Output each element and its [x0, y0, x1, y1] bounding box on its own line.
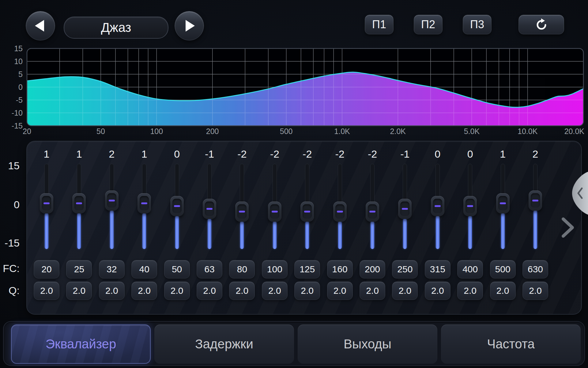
band-fc-button[interactable]: 63 — [197, 260, 222, 278]
slider-thumb[interactable] — [72, 193, 86, 213]
band-q-button[interactable]: 2.0 — [34, 282, 59, 300]
slider-track-fill — [371, 221, 374, 249]
band-fc-button[interactable]: 160 — [327, 260, 353, 278]
band-q-button[interactable]: 2.0 — [392, 282, 418, 300]
left-arrow-icon — [35, 20, 44, 32]
band-fc-button[interactable]: 80 — [229, 260, 255, 278]
band-q-button[interactable]: 2.0 — [262, 282, 288, 300]
slider-thumb-dash-icon — [109, 200, 115, 201]
slider-thumb[interactable] — [366, 201, 379, 222]
memory-preset-button-1[interactable]: П1 — [365, 15, 394, 34]
eq-band-column: -1632.0 — [193, 144, 226, 304]
band-fc-button[interactable]: 32 — [99, 260, 125, 278]
slider-thumb-dash-icon — [337, 211, 343, 213]
memory-preset-button-3[interactable]: П3 — [463, 15, 492, 34]
band-fc-button[interactable]: 20 — [34, 260, 59, 278]
band-q-button[interactable]: 2.0 — [197, 282, 222, 300]
tab-2[interactable]: Задержки — [154, 324, 294, 364]
slider-thumb-dash-icon — [272, 211, 278, 213]
db-tick-label: 5 — [18, 70, 23, 79]
slider-track-fill — [533, 210, 537, 249]
tab-1-active[interactable]: Эквалайзер — [11, 324, 151, 364]
equalizer-app: Джаз П1П2П3 151050-5-10-1520501002005001… — [0, 0, 588, 368]
slider-thumb[interactable] — [105, 190, 119, 211]
slider-thumb[interactable] — [431, 196, 444, 216]
band-q-button[interactable]: 2.0 — [164, 282, 190, 300]
slider-thumb[interactable] — [203, 199, 216, 219]
band-q-button[interactable]: 2.0 — [294, 282, 320, 300]
slider-track-fill — [273, 221, 277, 249]
band-fc-button[interactable]: 315 — [425, 260, 450, 278]
preset-next-button[interactable] — [175, 11, 204, 40]
slider-thumb[interactable] — [170, 196, 184, 216]
band-fc-button[interactable]: 40 — [131, 260, 157, 278]
band-gain-value: 0 — [421, 148, 454, 159]
db-tick-label: -10 — [12, 109, 23, 117]
side-drawer-handle[interactable] — [570, 172, 588, 215]
eq-band-column: 03152.0 — [421, 144, 454, 304]
slider-thumb-dash-icon — [76, 202, 82, 204]
memory-preset-button-2[interactable]: П2 — [414, 15, 443, 34]
refresh-icon — [535, 18, 548, 31]
slider-thumb-dash-icon — [532, 200, 538, 201]
band-fc-button[interactable]: 25 — [66, 260, 92, 278]
reset-button[interactable] — [518, 15, 564, 34]
next-band-page-button[interactable] — [560, 217, 575, 239]
freq-tick-label: 5.0K — [464, 127, 480, 136]
band-q-button[interactable]: 2.0 — [360, 282, 385, 300]
band-fc-button[interactable]: 125 — [294, 260, 320, 278]
slider-thumb[interactable] — [235, 201, 249, 222]
tab-4[interactable]: Частота — [441, 324, 581, 364]
slider-thumb-dash-icon — [141, 202, 147, 204]
slider-thumb-dash-icon — [304, 211, 310, 213]
band-fc-button[interactable]: 50 — [164, 260, 190, 278]
band-q-button[interactable]: 2.0 — [490, 282, 516, 300]
band-q-button[interactable]: 2.0 — [66, 282, 92, 300]
band-fc-button[interactable]: 200 — [360, 260, 385, 278]
preset-name: Джаз — [101, 20, 131, 35]
band-q-button[interactable]: 2.0 — [457, 282, 483, 300]
band-fc-button[interactable]: 400 — [457, 260, 483, 278]
eq-band-column: 1202.0 — [30, 144, 63, 304]
slider-thumb-dash-icon — [467, 205, 473, 207]
band-fc-button[interactable]: 630 — [522, 260, 548, 278]
eq-band-column: 15002.0 — [487, 144, 519, 304]
preset-selector[interactable]: Джаз — [64, 17, 168, 39]
band-q-button[interactable]: 2.0 — [327, 282, 353, 300]
slider-thumb-dash-icon — [369, 211, 375, 213]
band-q-button[interactable]: 2.0 — [99, 282, 125, 300]
db-tick-label: -15 — [12, 121, 23, 130]
freq-tick-label: 100 — [150, 127, 163, 136]
slider-thumb[interactable] — [529, 190, 542, 211]
band-gain-value: 1 — [487, 148, 519, 159]
eq-band-column: 04002.0 — [454, 144, 486, 304]
slider-thumb[interactable] — [333, 201, 347, 222]
band-fc-button[interactable]: 100 — [262, 260, 288, 278]
slider-thumb[interactable] — [463, 196, 477, 216]
band-fc-button[interactable]: 250 — [392, 260, 418, 278]
freq-tick-label: 20 — [23, 127, 31, 136]
eq-band-column: -21002.0 — [258, 144, 291, 304]
eq-band-column: -22002.0 — [356, 144, 389, 304]
band-q-button[interactable]: 2.0 — [425, 282, 450, 300]
slider-thumb[interactable] — [398, 199, 412, 219]
slider-thumb[interactable] — [300, 201, 314, 222]
band-gain-value: -1 — [193, 148, 226, 159]
band-q-button[interactable]: 2.0 — [522, 282, 548, 300]
frequency-response-graph: 151050-5-10-1520501002005001.0K2.0K5.0K1… — [0, 43, 588, 139]
slider-thumb[interactable] — [138, 193, 151, 213]
eq-band-column: -21252.0 — [291, 144, 323, 304]
band-q-button[interactable]: 2.0 — [131, 282, 157, 300]
slider-thumb[interactable] — [268, 201, 281, 222]
band-gain-value: 0 — [161, 148, 193, 159]
slider-scale-min: -15 — [0, 237, 20, 248]
preset-prev-button[interactable] — [26, 11, 55, 40]
fc-row-label: FC: — [0, 263, 20, 274]
band-q-button[interactable]: 2.0 — [229, 282, 255, 300]
slider-thumb[interactable] — [496, 193, 510, 213]
slider-thumb[interactable] — [40, 193, 53, 213]
slider-track-fill — [110, 210, 114, 249]
memory-preset-buttons: П1П2П3 — [365, 15, 492, 34]
band-fc-button[interactable]: 500 — [490, 260, 516, 278]
tab-3[interactable]: Выходы — [298, 324, 437, 364]
